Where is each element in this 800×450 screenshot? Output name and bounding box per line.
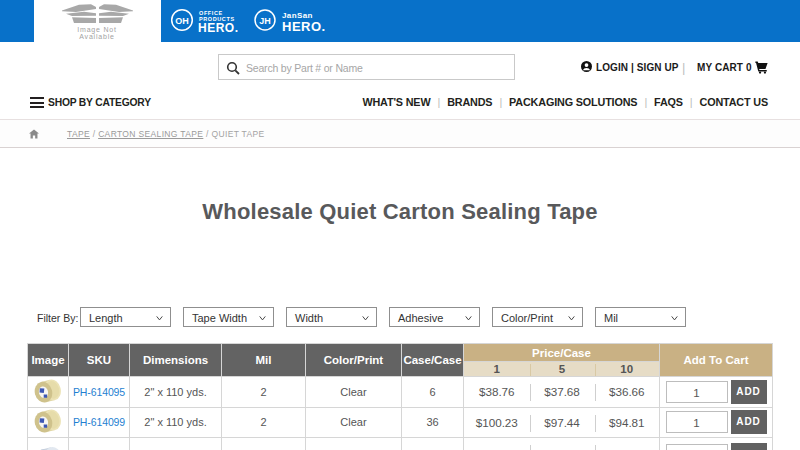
svg-text:OH: OH (175, 16, 189, 26)
svg-text:Available: Available (79, 33, 114, 40)
svg-text:JH: JH (259, 16, 271, 26)
svg-text:HERO.: HERO. (282, 19, 326, 34)
svg-text:HERO.: HERO. (198, 21, 239, 35)
